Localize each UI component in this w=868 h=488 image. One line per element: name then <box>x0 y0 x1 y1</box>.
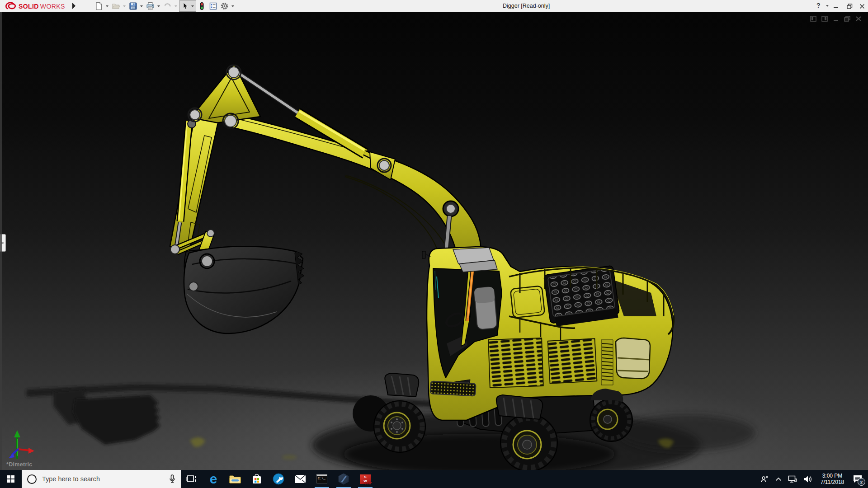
wrench-circle-icon <box>273 473 284 485</box>
print-icon <box>146 2 155 10</box>
brand-text-light: WORKS <box>40 3 65 10</box>
rebuild-button[interactable] <box>196 0 208 12</box>
windows-logo-icon <box>7 475 15 483</box>
document-window-controls <box>810 16 862 22</box>
solidworks-year-label: 2017 <box>364 481 372 485</box>
titlebar: SOLIDWORKS Digger [Read- <box>0 0 868 12</box>
open-button[interactable] <box>110 0 122 12</box>
edge-button[interactable]: e <box>203 470 224 488</box>
clock-time: 3:00 PM <box>817 473 847 479</box>
store-icon <box>252 474 262 484</box>
print-caret-icon[interactable] <box>157 5 160 7</box>
people-button[interactable] <box>757 470 772 488</box>
taskbar-search-box[interactable] <box>22 470 181 488</box>
doc-restore-icon[interactable] <box>844 16 850 22</box>
minimize-button[interactable] <box>831 2 841 10</box>
taskbar-clock[interactable]: 3:00 PM 7/11/2018 <box>816 473 849 486</box>
brand-text-bold: SOLID <box>19 3 39 10</box>
solidworks-2017-icon: SW 2017 <box>360 474 371 484</box>
file-explorer-button[interactable] <box>224 470 246 488</box>
chevron-up-icon <box>775 477 782 481</box>
engine-block <box>544 266 620 327</box>
clock-date: 7/11/2018 <box>817 479 847 486</box>
solidworks-logo: SOLIDWORKS <box>5 1 65 11</box>
doc-close-icon[interactable] <box>855 16 862 22</box>
excavator-boom <box>170 64 481 264</box>
restore-button[interactable] <box>844 2 854 10</box>
help-button[interactable]: ? <box>816 2 821 9</box>
viewport-3d-canvas[interactable]: *Dimetric <box>0 12 868 470</box>
file-properties-button[interactable] <box>208 0 219 12</box>
options-button[interactable] <box>219 0 230 12</box>
tray-overflow-button[interactable] <box>772 470 785 488</box>
excavator-scene <box>0 12 868 470</box>
task-view-icon <box>186 474 197 484</box>
search-input[interactable] <box>41 475 169 483</box>
file-properties-icon <box>209 2 217 10</box>
save-button[interactable] <box>127 0 139 12</box>
windows-taskbar: e C:\_ <box>0 470 868 488</box>
pane-left-icon[interactable] <box>810 16 816 22</box>
edge-icon: e <box>210 473 217 485</box>
cortana-icon <box>27 474 37 484</box>
microphone-icon[interactable] <box>169 474 175 483</box>
system-tray: 3:00 PM 7/11/2018 2 <box>757 470 868 488</box>
new-document-icon <box>94 2 103 10</box>
save-caret-icon[interactable] <box>140 5 143 7</box>
view-orientation-label: *Dimetric <box>6 461 33 468</box>
wheel-front-left <box>374 401 425 452</box>
command-prompt-icon: C:\_ <box>316 474 327 483</box>
volume-button[interactable] <box>800 470 816 488</box>
window-title: Digger [Read-only] <box>503 3 550 9</box>
rebuild-traffic-light-icon <box>198 2 206 10</box>
undo-caret-icon[interactable] <box>175 5 177 7</box>
file-explorer-icon <box>229 474 241 484</box>
undo-button[interactable] <box>162 0 173 12</box>
command-prompt-button[interactable]: C:\_ <box>311 470 333 488</box>
orientation-triad <box>9 430 34 458</box>
wheel-front-right <box>500 414 557 470</box>
volume-icon <box>803 475 812 483</box>
doc-minimize-icon[interactable] <box>832 16 839 22</box>
network-button[interactable] <box>785 470 800 488</box>
hexagon-app-icon <box>338 474 349 485</box>
mail-button[interactable] <box>289 470 311 488</box>
undo-icon <box>163 2 172 10</box>
mail-icon <box>294 474 306 483</box>
options-caret-icon[interactable] <box>231 5 234 7</box>
viewport-left-edge <box>0 12 2 470</box>
wheel-rear-right <box>590 399 632 441</box>
menu-flyout-arrow[interactable] <box>72 3 75 9</box>
task-view-button[interactable] <box>181 470 203 488</box>
notification-badge: 2 <box>858 478 865 486</box>
close-button[interactable] <box>857 2 867 10</box>
hexagon-app-button[interactable] <box>333 470 354 488</box>
network-icon <box>788 475 797 483</box>
excavator-bucket <box>170 230 304 333</box>
select-cursor-icon <box>181 2 190 10</box>
new-caret-icon[interactable] <box>106 5 108 7</box>
print-button[interactable] <box>145 0 156 12</box>
new-document-button[interactable] <box>93 0 104 12</box>
help-caret-icon[interactable] <box>826 5 829 7</box>
start-button[interactable] <box>0 470 22 488</box>
open-folder-icon <box>112 2 120 10</box>
ds-logo-icon <box>5 1 17 11</box>
open-caret-icon[interactable] <box>123 5 126 7</box>
save-icon <box>129 2 137 10</box>
main-toolbar <box>93 0 236 12</box>
action-center-button[interactable]: 2 <box>849 470 868 488</box>
solidworks-2017-button[interactable]: SW 2017 <box>354 470 376 488</box>
pane-right-icon[interactable] <box>821 16 828 22</box>
options-gear-icon <box>220 2 229 10</box>
select-caret-icon[interactable] <box>191 5 194 7</box>
rear-grille <box>601 340 613 385</box>
select-tool-button[interactable] <box>179 0 196 12</box>
store-button[interactable] <box>246 470 268 488</box>
tools-app-button[interactable] <box>268 470 289 488</box>
people-icon <box>760 475 769 483</box>
